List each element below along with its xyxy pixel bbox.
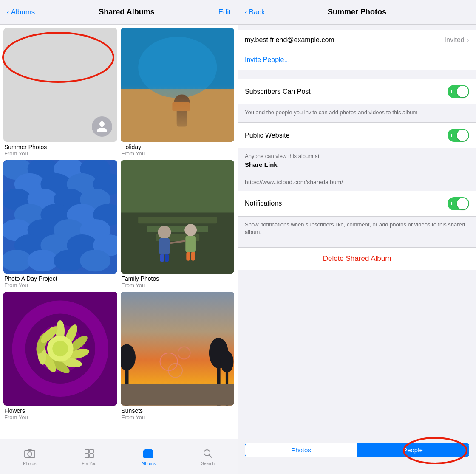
album-thumbnail-family [121,160,235,274]
invite-people-link[interactable]: Invite People... [245,56,469,64]
svg-rect-5 [172,102,190,111]
subscribers-can-post-label: Subscribers Can Post [245,88,448,96]
svg-rect-86 [146,449,151,450]
tab-bar: Photos For You Al [0,439,238,474]
album-from: From You [121,414,235,420]
share-link-label: Share Link [245,161,278,168]
back-label: Back [249,8,265,17]
chevron-right-icon: › [467,36,469,44]
public-website-section: Public Website I [238,122,476,148]
notifications-section: Notifications I [238,191,476,217]
tab-people-label: People [403,446,423,454]
album-thumbnail-summer [3,28,117,142]
public-website-label: Public Website [245,132,448,139]
album-detail-title: Summer Photos [328,8,386,17]
svg-point-40 [158,226,171,239]
album-name: Family Photos [121,275,235,282]
svg-rect-45 [185,235,196,252]
svg-rect-75 [121,384,235,405]
edit-button[interactable]: Edit [218,8,231,17]
svg-rect-83 [90,454,94,458]
tab-foryou-label: For You [82,461,96,466]
invited-person-row[interactable]: my.best.friend@example.com Invited › [238,30,476,50]
list-item[interactable]: Summer Photos From You [3,28,117,157]
svg-point-78 [28,452,32,456]
album-name: Photo A Day Project [3,275,117,282]
albums-back-button[interactable]: ‹ Albums [7,8,35,17]
album-thumbnail-photoday [3,160,117,274]
public-website-desc: Anyone can view this album at: Share Lin… [238,148,476,175]
left-header: ‹ Albums Shared Albums Edit [0,0,238,25]
svg-point-2 [138,37,217,98]
album-thumbnail-flowers [3,292,117,406]
notifications-toggle[interactable]: I [448,197,469,210]
albums-back-label: Albums [11,8,35,17]
notifications-label: Notifications [245,200,448,207]
svg-point-34 [80,249,110,271]
delete-label: Delete Shared Album [323,254,391,263]
svg-rect-46 [186,252,190,261]
album-thumbnail-holiday [121,28,235,142]
search-icon [202,448,214,460]
foryou-icon [83,448,95,460]
tab-photos-label: Photos [23,461,36,466]
album-name: Holiday [121,144,235,150]
right-tab-segment: Photos People [238,443,476,457]
svg-point-71 [220,351,233,372]
album-name: Flowers [3,407,117,414]
tab-search[interactable]: Search [178,448,238,466]
notifications-desc: Show notifications when subscribers like… [238,217,476,242]
delete-shared-album-button[interactable]: Delete Shared Album [238,247,476,270]
albums-grid: Summer Photos From You Holiday From You [0,25,238,439]
person-email: my.best.friend@example.com [245,36,445,44]
svg-rect-42 [160,254,164,262]
svg-rect-47 [191,252,195,261]
right-tab-bar: Photos People [238,439,476,474]
page-title: Shared Albums [99,8,154,17]
tab-albums[interactable]: Albums [119,448,178,466]
subscribers-can-post-section: Subscribers Can Post I [238,79,476,104]
chevron-left-icon: ‹ [245,8,247,17]
album-from: From You [3,150,117,157]
tab-people-button[interactable]: People [357,443,469,457]
public-website-row: Public Website I [238,123,476,148]
right-header: ‹ Back Summer Photos [238,0,476,25]
svg-line-88 [210,455,212,457]
share-link-url: https://www.icloud.com/sharedalbum/ [238,175,476,191]
back-button[interactable]: ‹ Back [245,8,265,17]
album-from: From You [121,150,235,157]
svg-point-32 [28,249,58,271]
right-panel: ‹ Back Summer Photos my.best.friend@exam… [238,0,476,474]
people-section: my.best.friend@example.com Invited › Inv… [238,30,476,70]
subscribers-can-post-toggle[interactable]: I [448,85,469,98]
album-thumbnail-sunsets [121,292,235,406]
invite-people-row[interactable]: Invite People... [238,50,476,70]
svg-rect-38 [147,226,208,232]
svg-point-44 [184,224,197,236]
svg-point-64 [52,341,68,356]
list-item[interactable]: Flowers From You [3,292,117,420]
notifications-row: Notifications I [238,191,476,216]
photo-icon [24,448,36,460]
list-item[interactable]: Family Photos From You [121,160,235,289]
right-content: my.best.friend@example.com Invited › Inv… [238,25,476,439]
list-item[interactable]: Holiday From You [121,28,235,157]
chevron-left-icon: ‹ [7,8,9,17]
tab-photos[interactable]: Photos [0,448,60,466]
svg-point-3 [174,94,190,110]
segmented-control: Photos People [245,443,469,457]
svg-rect-81 [90,449,94,453]
album-from: From You [3,414,117,420]
svg-rect-82 [85,454,89,458]
list-item[interactable]: Sunsets From You [121,292,235,420]
public-website-toggle[interactable]: I [448,129,469,142]
albums-icon [142,448,154,460]
tab-foryou[interactable]: For You [60,448,119,466]
svg-rect-80 [85,449,89,453]
svg-rect-37 [138,217,217,223]
list-item[interactable]: Photo A Day Project From You [3,160,117,289]
subscribers-can-post-desc: You and the people you invite can add ph… [238,104,476,122]
svg-point-33 [54,249,84,271]
svg-rect-4 [176,109,187,126]
tab-photos-button[interactable]: Photos [245,443,357,457]
